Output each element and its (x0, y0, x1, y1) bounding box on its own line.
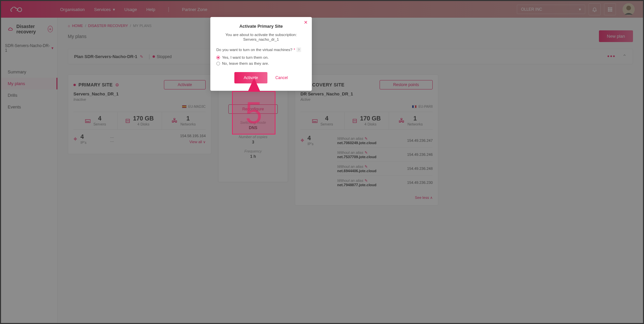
modal-title: Activate Primary Site (216, 24, 306, 29)
radio-no[interactable]: No, leave them as they are. (216, 61, 306, 65)
radio-yes[interactable]: Yes, I want to turn them on. (216, 55, 306, 59)
modal-message: You are about to activate the subscripti… (216, 33, 306, 37)
modal-activate-button[interactable]: Activate (234, 72, 267, 83)
modal-overlay[interactable] (1, 1, 643, 323)
close-icon[interactable]: ✕ (304, 20, 308, 25)
help-icon[interactable]: ? (296, 47, 301, 52)
modal-question: Do you want to turn on the virtual machi… (216, 47, 306, 52)
modal-subscription: Servers_nacho_dr_1 (216, 37, 306, 41)
activate-modal: ✕ Activate Primary Site You are about to… (210, 17, 312, 91)
modal-cancel-link[interactable]: Cancel (275, 75, 288, 80)
